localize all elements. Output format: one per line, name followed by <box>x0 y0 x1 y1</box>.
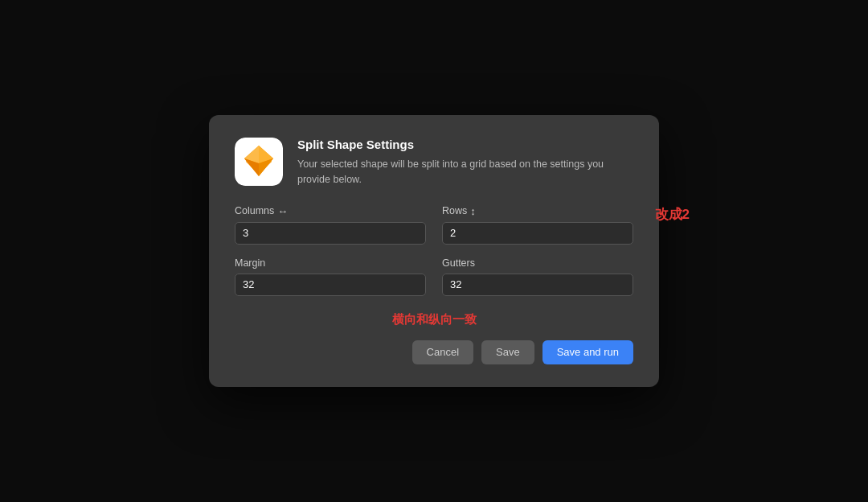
dialog-title-area: Split Shape Settings Your selected shape… <box>297 138 633 187</box>
save-and-run-button[interactable]: Save and run <box>542 340 633 364</box>
columns-group: Columns ↔ <box>235 205 426 245</box>
overlay: Split Shape Settings Your selected shape… <box>0 0 868 502</box>
app-icon <box>235 138 283 186</box>
annotation-change-to-2: 改成2 <box>655 205 690 224</box>
dialog-title: Split Shape Settings <box>297 138 633 151</box>
margin-label: Margin <box>235 257 426 269</box>
margin-group: Margin <box>235 257 426 296</box>
columns-arrow-icon: ↔ <box>277 205 288 217</box>
rows-group: Rows ↕ 改成2 <box>442 205 633 245</box>
dialog-header: Split Shape Settings Your selected shape… <box>235 138 633 187</box>
save-button[interactable]: Save <box>481 340 534 364</box>
gutters-label: Gutters <box>442 257 633 269</box>
rows-label: Rows ↕ <box>442 205 633 217</box>
columns-label: Columns ↔ <box>235 205 426 217</box>
gutters-group: Gutters <box>442 257 633 296</box>
rows-arrow-icon: ↕ <box>470 205 476 217</box>
dialog: Split Shape Settings Your selected shape… <box>209 115 659 387</box>
dialog-description: Your selected shape will be split into a… <box>297 157 633 187</box>
dialog-footer: Cancel Save Save and run <box>235 340 633 364</box>
columns-input[interactable] <box>235 222 426 245</box>
gutters-input[interactable] <box>442 274 633 296</box>
cancel-button[interactable]: Cancel <box>412 340 473 364</box>
rows-input[interactable] <box>442 222 633 245</box>
margin-input[interactable] <box>235 274 426 296</box>
annotation-horizontal-vertical: 横向和纵向一致 <box>235 312 633 327</box>
form-grid: Columns ↔ Rows ↕ 改成2 Margin <box>235 205 633 309</box>
